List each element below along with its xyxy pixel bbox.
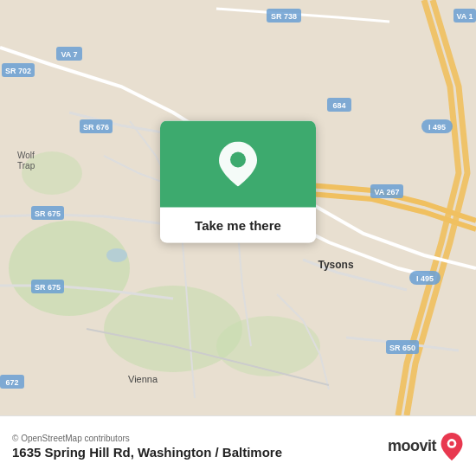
- svg-text:SR 675: SR 675: [35, 209, 61, 218]
- bottom-left-info: © OpenStreetMap contributors 1635 Spring…: [12, 434, 282, 460]
- svg-text:684: 684: [332, 101, 345, 110]
- moovit-icon: [440, 433, 464, 460]
- svg-text:672: 672: [5, 378, 18, 387]
- svg-text:SR 702: SR 702: [5, 67, 31, 75]
- map-container: SR 738 VA 7 SR 702 SR 676 684 I 495 VA 2…: [0, 0, 476, 415]
- card-button-area: Take me there: [160, 208, 316, 243]
- svg-text:Wolf: Wolf: [17, 151, 35, 160]
- address-label: 1635 Spring Hill Rd, Washington / Baltim…: [12, 445, 282, 460]
- svg-text:SR 738: SR 738: [271, 12, 297, 21]
- map-attribution: © OpenStreetMap contributors: [12, 434, 282, 443]
- svg-text:SR 676: SR 676: [83, 123, 109, 132]
- take-me-there-button[interactable]: Take me there: [160, 216, 316, 235]
- location-pin-icon: [219, 142, 257, 187]
- svg-point-1: [9, 221, 130, 316]
- svg-point-5: [106, 248, 127, 262]
- svg-text:Tysons: Tysons: [318, 259, 353, 271]
- svg-text:VA 1: VA 1: [456, 12, 473, 21]
- card-map-pin-area: [160, 121, 316, 208]
- svg-text:SR 675: SR 675: [35, 283, 61, 292]
- svg-text:Vienna: Vienna: [128, 374, 158, 384]
- svg-text:SR 650: SR 650: [389, 344, 415, 352]
- svg-text:VA 267: VA 267: [374, 188, 399, 196]
- moovit-text: moovit: [388, 437, 436, 455]
- svg-point-39: [449, 441, 453, 445]
- svg-text:VA 7: VA 7: [61, 50, 77, 59]
- bottom-bar: © OpenStreetMap contributors 1635 Spring…: [0, 415, 476, 476]
- svg-text:I 495: I 495: [416, 274, 434, 283]
- svg-point-37: [230, 152, 246, 168]
- take-me-there-card[interactable]: Take me there: [160, 121, 316, 243]
- moovit-logo: moovit: [388, 433, 464, 460]
- svg-text:Trap: Trap: [17, 161, 35, 170]
- svg-text:I 495: I 495: [428, 123, 446, 132]
